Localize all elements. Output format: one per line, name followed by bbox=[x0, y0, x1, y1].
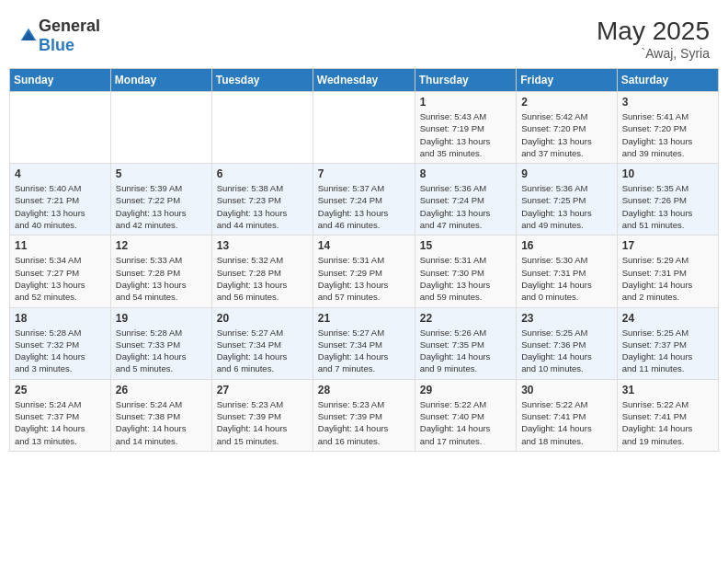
calendar-cell: 13Sunrise: 5:32 AMSunset: 7:28 PMDayligh… bbox=[211, 236, 313, 307]
location: `Awaj, Syria bbox=[597, 46, 710, 61]
weekday-header: Saturday bbox=[617, 69, 718, 92]
day-number: 27 bbox=[217, 384, 308, 396]
day-number: 14 bbox=[318, 239, 410, 252]
calendar-cell: 27Sunrise: 5:23 AMSunset: 7:39 PMDayligh… bbox=[211, 379, 313, 451]
calendar-cell: 22Sunrise: 5:26 AMSunset: 7:35 PMDayligh… bbox=[415, 307, 516, 379]
day-number: 26 bbox=[116, 384, 207, 396]
day-info: Sunrise: 5:28 AMSunset: 7:32 PMDaylight:… bbox=[15, 327, 106, 375]
day-number: 21 bbox=[318, 312, 410, 325]
day-number: 7 bbox=[318, 167, 410, 180]
day-info: Sunrise: 5:26 AMSunset: 7:35 PMDaylight:… bbox=[420, 327, 511, 375]
calendar-cell: 16Sunrise: 5:30 AMSunset: 7:31 PMDayligh… bbox=[517, 236, 618, 307]
day-info: Sunrise: 5:29 AMSunset: 7:31 PMDaylight:… bbox=[622, 254, 713, 303]
day-number: 9 bbox=[521, 167, 612, 180]
calendar-cell: 11Sunrise: 5:34 AMSunset: 7:27 PMDayligh… bbox=[10, 236, 111, 307]
calendar-cell: 6Sunrise: 5:38 AMSunset: 7:23 PMDaylight… bbox=[211, 164, 313, 236]
day-info: Sunrise: 5:23 AMSunset: 7:39 PMDaylight:… bbox=[217, 398, 308, 447]
calendar-cell: 18Sunrise: 5:28 AMSunset: 7:32 PMDayligh… bbox=[10, 307, 111, 379]
day-number: 18 bbox=[15, 312, 106, 325]
day-info: Sunrise: 5:28 AMSunset: 7:33 PMDaylight:… bbox=[116, 327, 207, 375]
title-block: May 2025 `Awaj, Syria bbox=[597, 17, 710, 61]
calendar-week-row: 11Sunrise: 5:34 AMSunset: 7:27 PMDayligh… bbox=[10, 236, 719, 307]
calendar-cell: 3Sunrise: 5:41 AMSunset: 7:20 PMDaylight… bbox=[617, 92, 718, 164]
day-number: 17 bbox=[622, 239, 713, 252]
day-info: Sunrise: 5:43 AMSunset: 7:19 PMDaylight:… bbox=[420, 110, 511, 159]
day-number: 13 bbox=[217, 239, 308, 252]
day-number: 20 bbox=[217, 312, 308, 325]
weekday-header: Thursday bbox=[415, 69, 516, 92]
day-info: Sunrise: 5:23 AMSunset: 7:39 PMDaylight:… bbox=[318, 398, 410, 447]
day-info: Sunrise: 5:22 AMSunset: 7:40 PMDaylight:… bbox=[420, 398, 511, 447]
day-info: Sunrise: 5:24 AMSunset: 7:38 PMDaylight:… bbox=[116, 398, 207, 447]
calendar-cell: 21Sunrise: 5:27 AMSunset: 7:34 PMDayligh… bbox=[313, 307, 415, 379]
day-info: Sunrise: 5:33 AMSunset: 7:28 PMDaylight:… bbox=[116, 254, 207, 303]
calendar-cell: 26Sunrise: 5:24 AMSunset: 7:38 PMDayligh… bbox=[110, 379, 211, 451]
day-info: Sunrise: 5:35 AMSunset: 7:26 PMDaylight:… bbox=[622, 182, 713, 231]
day-number: 24 bbox=[622, 312, 713, 325]
calendar-cell bbox=[110, 92, 211, 164]
day-info: Sunrise: 5:24 AMSunset: 7:37 PMDaylight:… bbox=[15, 398, 106, 447]
day-info: Sunrise: 5:31 AMSunset: 7:29 PMDaylight:… bbox=[318, 254, 410, 303]
weekday-header: Monday bbox=[110, 69, 211, 92]
calendar-cell: 8Sunrise: 5:36 AMSunset: 7:24 PMDaylight… bbox=[415, 164, 516, 236]
calendar-cell: 7Sunrise: 5:37 AMSunset: 7:24 PMDaylight… bbox=[313, 164, 415, 236]
day-info: Sunrise: 5:32 AMSunset: 7:28 PMDaylight:… bbox=[217, 254, 308, 303]
calendar-cell: 24Sunrise: 5:25 AMSunset: 7:37 PMDayligh… bbox=[617, 307, 718, 379]
day-number: 19 bbox=[116, 312, 207, 325]
calendar-cell: 23Sunrise: 5:25 AMSunset: 7:36 PMDayligh… bbox=[517, 307, 618, 379]
calendar-cell: 29Sunrise: 5:22 AMSunset: 7:40 PMDayligh… bbox=[415, 379, 516, 451]
calendar-cell: 31Sunrise: 5:22 AMSunset: 7:41 PMDayligh… bbox=[617, 379, 718, 451]
calendar-week-row: 4Sunrise: 5:40 AMSunset: 7:21 PMDaylight… bbox=[10, 164, 719, 236]
logo: General Blue bbox=[18, 17, 100, 55]
calendar-cell: 17Sunrise: 5:29 AMSunset: 7:31 PMDayligh… bbox=[617, 236, 718, 307]
calendar-cell bbox=[211, 92, 313, 164]
day-number: 1 bbox=[420, 96, 511, 109]
day-number: 28 bbox=[318, 384, 410, 396]
day-number: 2 bbox=[521, 96, 612, 109]
day-number: 8 bbox=[420, 167, 511, 180]
calendar-cell: 14Sunrise: 5:31 AMSunset: 7:29 PMDayligh… bbox=[313, 236, 415, 307]
day-info: Sunrise: 5:41 AMSunset: 7:20 PMDaylight:… bbox=[622, 110, 713, 159]
day-info: Sunrise: 5:22 AMSunset: 7:41 PMDaylight:… bbox=[622, 398, 713, 447]
day-number: 4 bbox=[15, 167, 106, 180]
day-info: Sunrise: 5:22 AMSunset: 7:41 PMDaylight:… bbox=[521, 398, 612, 447]
calendar-cell: 12Sunrise: 5:33 AMSunset: 7:28 PMDayligh… bbox=[110, 236, 211, 307]
calendar-cell: 15Sunrise: 5:31 AMSunset: 7:30 PMDayligh… bbox=[415, 236, 516, 307]
day-info: Sunrise: 5:34 AMSunset: 7:27 PMDaylight:… bbox=[15, 254, 106, 303]
logo-general: General bbox=[39, 17, 100, 35]
calendar-week-row: 25Sunrise: 5:24 AMSunset: 7:37 PMDayligh… bbox=[10, 379, 719, 451]
logo-icon bbox=[19, 27, 38, 45]
calendar-cell: 4Sunrise: 5:40 AMSunset: 7:21 PMDaylight… bbox=[10, 164, 111, 236]
day-number: 10 bbox=[622, 167, 713, 180]
page-header: General Blue May 2025 `Awaj, Syria bbox=[9, 9, 719, 64]
day-number: 6 bbox=[217, 167, 308, 180]
day-info: Sunrise: 5:30 AMSunset: 7:31 PMDaylight:… bbox=[521, 254, 612, 303]
calendar-cell: 9Sunrise: 5:36 AMSunset: 7:25 PMDaylight… bbox=[517, 164, 618, 236]
calendar-cell: 2Sunrise: 5:42 AMSunset: 7:20 PMDaylight… bbox=[517, 92, 618, 164]
weekday-header: Sunday bbox=[10, 69, 111, 92]
day-number: 5 bbox=[116, 167, 207, 180]
day-info: Sunrise: 5:25 AMSunset: 7:37 PMDaylight:… bbox=[622, 327, 713, 375]
calendar-cell bbox=[10, 92, 111, 164]
day-info: Sunrise: 5:39 AMSunset: 7:22 PMDaylight:… bbox=[116, 182, 207, 231]
day-number: 12 bbox=[116, 239, 207, 252]
calendar-cell: 10Sunrise: 5:35 AMSunset: 7:26 PMDayligh… bbox=[617, 164, 718, 236]
day-number: 16 bbox=[521, 239, 612, 252]
calendar-cell: 19Sunrise: 5:28 AMSunset: 7:33 PMDayligh… bbox=[110, 307, 211, 379]
day-info: Sunrise: 5:38 AMSunset: 7:23 PMDaylight:… bbox=[217, 182, 308, 231]
day-info: Sunrise: 5:36 AMSunset: 7:25 PMDaylight:… bbox=[521, 182, 612, 231]
day-info: Sunrise: 5:31 AMSunset: 7:30 PMDaylight:… bbox=[420, 254, 511, 303]
day-info: Sunrise: 5:25 AMSunset: 7:36 PMDaylight:… bbox=[521, 327, 612, 375]
calendar-week-row: 18Sunrise: 5:28 AMSunset: 7:32 PMDayligh… bbox=[10, 307, 719, 379]
day-number: 25 bbox=[15, 384, 106, 396]
day-info: Sunrise: 5:27 AMSunset: 7:34 PMDaylight:… bbox=[217, 327, 308, 375]
calendar-cell: 28Sunrise: 5:23 AMSunset: 7:39 PMDayligh… bbox=[313, 379, 415, 451]
calendar-cell bbox=[313, 92, 415, 164]
calendar-week-row: 1Sunrise: 5:43 AMSunset: 7:19 PMDaylight… bbox=[10, 92, 719, 164]
calendar-cell: 30Sunrise: 5:22 AMSunset: 7:41 PMDayligh… bbox=[517, 379, 618, 451]
logo-blue: Blue bbox=[39, 36, 74, 54]
day-number: 11 bbox=[15, 239, 106, 252]
day-info: Sunrise: 5:40 AMSunset: 7:21 PMDaylight:… bbox=[15, 182, 106, 231]
calendar-cell: 5Sunrise: 5:39 AMSunset: 7:22 PMDaylight… bbox=[110, 164, 211, 236]
month-year: May 2025 bbox=[597, 17, 710, 46]
